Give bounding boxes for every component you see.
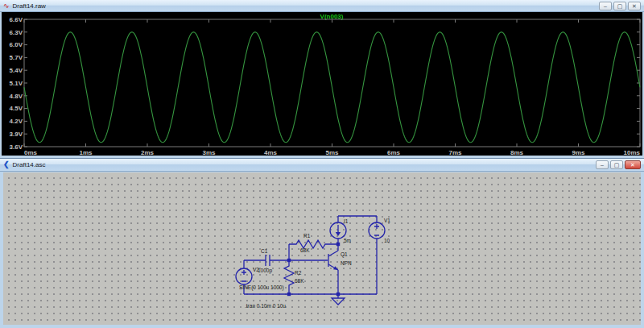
y-axis-label: 3.6V bbox=[10, 143, 23, 151]
y-axis-label: 4.2V bbox=[10, 118, 23, 125]
svg-text:V1: V1 bbox=[384, 218, 390, 223]
junction-dots bbox=[287, 243, 340, 296]
waveform-plot[interactable]: V(n003) 0ms1ms2ms3ms4ms5ms6ms7ms8ms9ms10… bbox=[2, 12, 642, 156]
y-axis-label: 4.5V bbox=[10, 105, 23, 112]
x-axis-label: 1ms bbox=[79, 149, 93, 156]
svg-text:SINE(0 100u 1000): SINE(0 100u 1000) bbox=[239, 284, 284, 291]
schematic-file-icon: ❮ bbox=[3, 161, 10, 168]
x-axis-label: 4ms bbox=[264, 149, 278, 156]
waveform-window-titlebar[interactable]: ∿ Draft14.raw – ▢ ✕ bbox=[0, 0, 644, 12]
y-axis-label: 5.1V bbox=[10, 80, 23, 87]
svg-text:I1: I1 bbox=[344, 218, 349, 224]
x-axis-label: 10ms bbox=[624, 149, 641, 156]
schematic-drawing[interactable]: I1 5m V1 10 R1 68K bbox=[3, 172, 641, 326]
component-capacitor-C1[interactable]: C1 1000p bbox=[258, 248, 272, 274]
x-axis-label: 2ms bbox=[141, 149, 155, 156]
waveform-plot-area[interactable]: V(n003) 0ms1ms2ms3ms4ms5ms6ms7ms8ms9ms10… bbox=[2, 12, 642, 156]
svg-text:68K: 68K bbox=[300, 247, 310, 253]
svg-text:NPN: NPN bbox=[341, 260, 352, 266]
y-axis-label: 6.6V bbox=[10, 16, 23, 23]
minimize-button[interactable]: – bbox=[599, 2, 612, 10]
component-current-source-I1[interactable]: I1 5m bbox=[330, 218, 351, 243]
minimize-button[interactable]: – bbox=[596, 160, 609, 169]
svg-text:5m: 5m bbox=[344, 238, 351, 243]
y-axis-label: 4.8V bbox=[10, 93, 23, 100]
waveform-window: ∿ Draft14.raw – ▢ ✕ V(n003) 0ms1ms2ms3ms… bbox=[0, 0, 644, 158]
x-axis-label: 0ms bbox=[24, 149, 38, 156]
maximize-button[interactable]: ▢ bbox=[610, 160, 623, 169]
svg-text:1000p: 1000p bbox=[258, 268, 272, 274]
waveform-trace bbox=[24, 32, 640, 143]
svg-text:R2: R2 bbox=[295, 270, 302, 276]
svg-text:C1: C1 bbox=[261, 248, 268, 254]
trace-label[interactable]: V(n003) bbox=[320, 13, 344, 20]
x-axis-label: 3ms bbox=[202, 149, 216, 156]
svg-text:68K: 68K bbox=[295, 278, 304, 284]
x-axis-label: 9ms bbox=[572, 149, 585, 156]
svg-text:10: 10 bbox=[384, 238, 390, 243]
ltspice-workspace: ∿ Draft14.raw – ▢ ✕ V(n003) 0ms1ms2ms3ms… bbox=[0, 0, 644, 328]
svg-text:R1: R1 bbox=[303, 233, 311, 239]
maximize-button[interactable]: ▢ bbox=[613, 2, 626, 10]
x-axis-label: 6ms bbox=[387, 149, 401, 156]
schematic-window: ❮ Draft14.asc – ▢ ✕ bbox=[0, 158, 644, 328]
svg-text:V2: V2 bbox=[253, 267, 259, 272]
component-voltage-source-V1[interactable]: V1 10 bbox=[369, 218, 390, 243]
y-axis-label: 6.3V bbox=[10, 29, 23, 36]
y-axis-label: 6.0V bbox=[10, 41, 23, 48]
svg-text:Q1: Q1 bbox=[341, 251, 348, 258]
close-button[interactable]: ✕ bbox=[628, 2, 641, 10]
component-npn-transistor-Q1[interactable]: Q1 NPN bbox=[328, 251, 352, 270]
close-button[interactable]: ✕ bbox=[625, 160, 641, 169]
schematic-canvas[interactable]: I1 5m V1 10 R1 68K bbox=[3, 172, 641, 325]
y-axis-label: 5.4V bbox=[10, 67, 23, 74]
ground-symbol[interactable] bbox=[332, 294, 345, 305]
component-resistor-R1[interactable]: R1 68K bbox=[289, 233, 338, 253]
spice-directive[interactable]: .tran 0 10m 0 10u bbox=[245, 303, 286, 309]
y-axis-label: 3.9V bbox=[10, 131, 23, 138]
waveform-window-title: Draft14.raw bbox=[13, 0, 46, 12]
waveform-file-icon: ∿ bbox=[3, 2, 10, 10]
x-axis-label: 5ms bbox=[325, 149, 339, 156]
wires bbox=[244, 216, 377, 294]
component-resistor-R2[interactable]: R2 68K bbox=[284, 260, 304, 294]
x-axis-label: 7ms bbox=[448, 149, 462, 156]
y-axis-label: 5.7V bbox=[10, 54, 23, 61]
x-axis-label: 8ms bbox=[510, 149, 524, 156]
schematic-window-titlebar[interactable]: ❮ Draft14.asc – ▢ ✕ bbox=[0, 159, 644, 172]
schematic-window-title: Draft14.asc bbox=[13, 159, 46, 171]
